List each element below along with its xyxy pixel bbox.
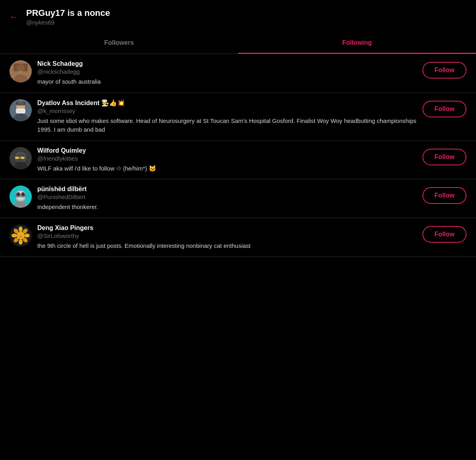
svg-rect-4: [13, 63, 28, 71]
follow-button[interactable]: Follow: [422, 62, 466, 79]
avatar: [10, 60, 32, 82]
avatar: [10, 224, 32, 247]
user-bio: the 9th circle of hell is just posts. Em…: [37, 242, 417, 250]
header-text: PRGuy17 is a nonce @nykes69: [26, 8, 110, 26]
svg-point-46: [21, 235, 22, 236]
user-name: pünïshëd dïlbërt: [37, 186, 417, 193]
user-bio: mayor of south australia: [37, 77, 417, 86]
user-info: pünïshëd dïlbërt @PunishedDilbert indepe…: [37, 186, 417, 211]
tab-followers[interactable]: Followers: [0, 32, 238, 54]
avatar: [10, 99, 32, 121]
user-list: Nick Schadegg @nickschadegg mayor of sou…: [0, 54, 476, 257]
header-title: PRGuy17 is a nonce: [26, 8, 110, 18]
user-name: Dyatlov Ass Incident 👨‍🍳👍💥: [37, 99, 417, 107]
user-name: Nick Schadegg: [37, 60, 417, 67]
avatar: [10, 147, 32, 169]
user-info: Deng Xiao Pingers @SirLolsworthy the 9th…: [37, 224, 417, 250]
user-info: Nick Schadegg @nickschadegg mayor of sou…: [37, 60, 417, 86]
back-button[interactable]: ←: [10, 12, 18, 22]
user-row: Dyatlov Ass Incident 👨‍🍳👍💥 @k_morrissey …: [0, 93, 476, 141]
follow-btn-wrapper: Follow: [422, 147, 466, 165]
svg-rect-9: [17, 109, 25, 113]
user-row: pünïshëd dïlbërt @PunishedDilbert indepe…: [0, 179, 476, 218]
svg-rect-31: [15, 194, 26, 197]
user-handle: @SirLolsworthy: [37, 232, 417, 239]
user-handle: @PunishedDilbert: [37, 194, 417, 200]
svg-point-41: [12, 234, 17, 238]
user-handle: @k_morrissey: [37, 107, 417, 114]
follow-btn-wrapper: Follow: [422, 186, 466, 204]
avatar: [10, 186, 32, 208]
svg-point-39: [19, 239, 23, 245]
follow-button[interactable]: Follow: [422, 149, 466, 165]
user-row: Wilford Quimley @friendlykitties WILF ak…: [0, 141, 476, 180]
follow-button[interactable]: Follow: [422, 101, 466, 117]
user-handle: @nickschadegg: [37, 68, 417, 75]
svg-rect-20: [15, 157, 19, 159]
header-handle: @nykes69: [26, 19, 110, 26]
svg-rect-21: [21, 157, 25, 159]
svg-point-35: [19, 226, 23, 232]
follow-btn-wrapper: Follow: [422, 224, 466, 243]
svg-point-37: [24, 234, 30, 238]
user-info: Dyatlov Ass Incident 👨‍🍳👍💥 @k_morrissey …: [37, 99, 417, 134]
user-row: Deng Xiao Pingers @SirLolsworthy the 9th…: [0, 218, 476, 257]
user-handle: @friendlykitties: [37, 155, 417, 162]
follow-button[interactable]: Follow: [422, 226, 466, 243]
follow-btn-wrapper: Follow: [422, 60, 466, 79]
tabs: Followers Following: [0, 32, 476, 54]
user-name: Deng Xiao Pingers: [37, 224, 417, 232]
user-info: Wilford Quimley @friendlykitties WILF ak…: [37, 147, 417, 173]
tab-following[interactable]: Following: [238, 32, 476, 54]
follow-btn-wrapper: Follow: [422, 99, 466, 117]
header: ← PRGuy17 is a nonce @nykes69: [0, 0, 476, 32]
user-name: Wilford Quimley: [37, 147, 417, 154]
user-bio: Just some idiot who makes software. Head…: [37, 117, 417, 134]
svg-point-45: [19, 235, 20, 236]
user-bio: independent thonkerer.: [37, 203, 417, 211]
follow-button[interactable]: Follow: [422, 187, 466, 204]
svg-rect-11: [16, 102, 25, 105]
user-bio: WILF aka wilf i'd like to follow ♲ (he/h…: [37, 164, 417, 173]
user-row: Nick Schadegg @nickschadegg mayor of sou…: [0, 54, 476, 93]
